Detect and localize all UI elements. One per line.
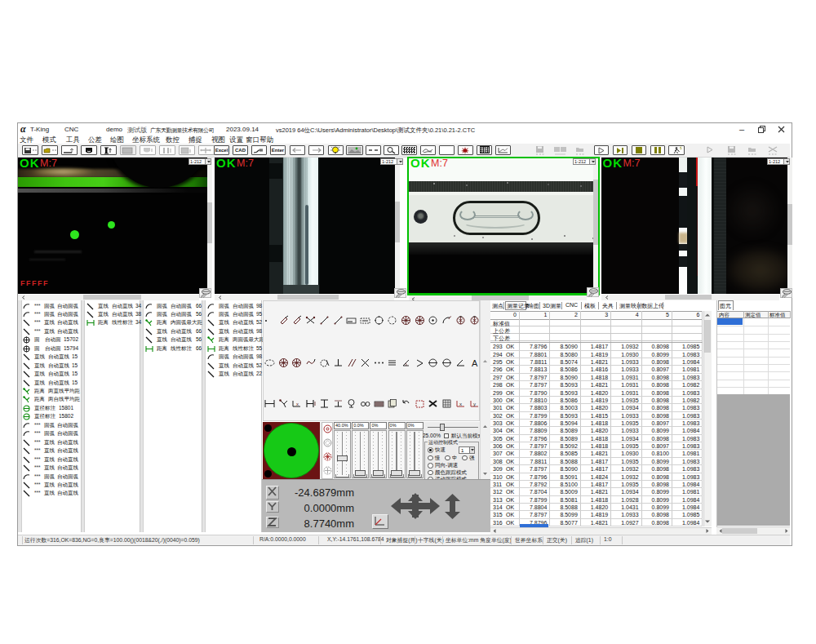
svg-text:y: y <box>473 402 476 406</box>
svg-text:A: A <box>472 358 478 368</box>
svg-text:x: x <box>459 402 462 406</box>
svg-text:x: x <box>296 402 299 406</box>
